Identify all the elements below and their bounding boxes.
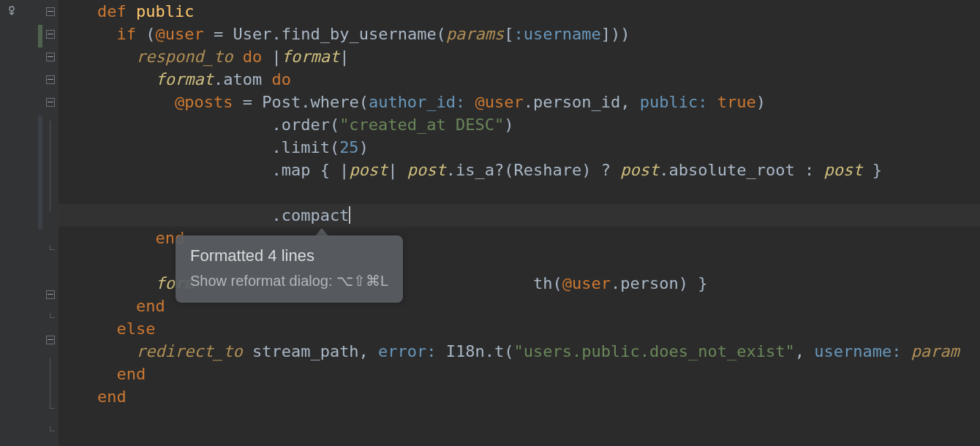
- tooltip-hint: Show reformat dialog: ⌥⇧⌘L: [190, 270, 388, 292]
- vcs-change-marker[interactable]: [38, 116, 42, 229]
- vcs-change-marker[interactable]: [38, 25, 42, 48]
- code-editor[interactable]: def public if (@user = User.find_by_user…: [0, 0, 980, 446]
- fold-line-icon: [50, 121, 50, 211]
- implements-icon[interactable]: [6, 4, 23, 19]
- code-line[interactable]: .limit(25): [59, 136, 980, 159]
- code-line[interactable]: @posts = Post.where(author_id: @user.per…: [59, 91, 980, 113]
- code-line[interactable]: end: [59, 363, 980, 385]
- fold-end-icon: [50, 426, 55, 431]
- gutter: [0, 0, 59, 446]
- code-line-current[interactable]: .compact: [59, 204, 980, 227]
- code-line[interactable]: else: [59, 317, 980, 340]
- svg-point-0: [10, 7, 14, 11]
- fold-end-icon: [50, 404, 55, 409]
- code-line[interactable]: .order("created_at DESC"): [59, 113, 980, 136]
- fold-toggle-icon[interactable]: [46, 290, 55, 299]
- fold-toggle-icon[interactable]: [46, 75, 55, 84]
- reformat-tooltip[interactable]: Formatted 4 lines Show reformat dialog: …: [176, 235, 403, 303]
- code-line[interactable]: format.atom do: [59, 68, 980, 91]
- fold-toggle-icon[interactable]: [46, 30, 55, 39]
- code-line[interactable]: if (@user = User.find_by_username(params…: [59, 23, 980, 45]
- fold-end-icon: [50, 245, 55, 250]
- code-line[interactable]: redirect_to stream_path, error: I18n.t("…: [59, 340, 980, 363]
- fold-end-icon: [50, 313, 55, 318]
- fold-line-icon: [50, 358, 50, 404]
- fold-column[interactable]: [45, 0, 56, 446]
- code-area[interactable]: def public if (@user = User.find_by_user…: [59, 0, 980, 446]
- code-line[interactable]: end: [59, 385, 980, 408]
- code-line[interactable]: .map { |post| post.is_a?(Reshare) ? post…: [59, 159, 980, 181]
- text-caret: [349, 206, 350, 224]
- fold-toggle-icon[interactable]: [46, 98, 55, 107]
- fold-toggle-icon[interactable]: [46, 53, 55, 61]
- code-line[interactable]: def public: [59, 0, 980, 23]
- tooltip-title: Formatted 4 lines: [190, 244, 388, 267]
- code-line[interactable]: respond_to do |format|: [59, 45, 980, 68]
- fold-toggle-icon[interactable]: [46, 7, 55, 16]
- fold-toggle-icon[interactable]: [46, 336, 55, 344]
